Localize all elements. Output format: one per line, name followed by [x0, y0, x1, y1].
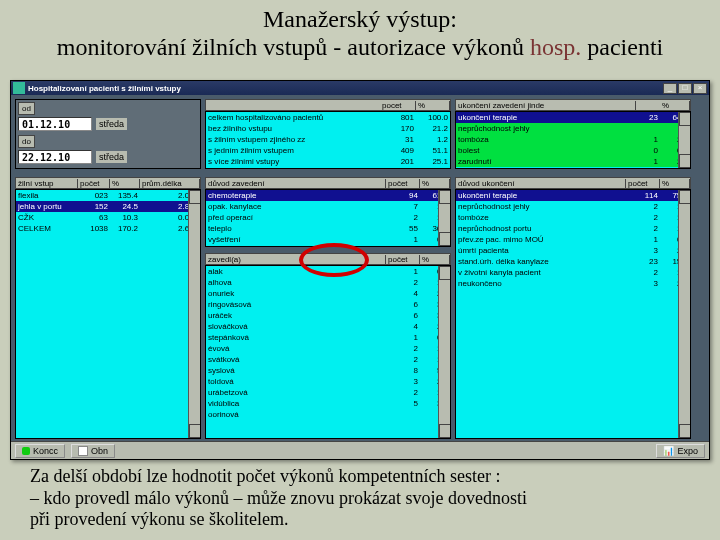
table-row[interactable]: ukončení terapie11475.0 — [456, 190, 690, 201]
led-icon — [78, 446, 88, 456]
scrollbar[interactable] — [438, 266, 450, 438]
reason-pane[interactable]: chemoterapie9461.0opak. kanylace71.6před… — [205, 189, 451, 247]
table-row[interactable]: tombóza12.9 — [456, 134, 690, 145]
scrollbar[interactable] — [188, 190, 200, 438]
table-row[interactable]: stand.úrh. délka kanylaze2315.1 — [456, 256, 690, 267]
table-row[interactable]: celkem hospitalizováno pacientů801100.0 — [206, 112, 450, 123]
konec-button[interactable]: Koncc — [15, 444, 65, 458]
scrollbar[interactable] — [438, 190, 450, 246]
table-row[interactable]: onuriek42.6 — [206, 288, 450, 299]
app-window: Hospitalizovaní pacienti s žilními vstup… — [10, 80, 710, 460]
minimize-button[interactable]: _ — [663, 83, 677, 94]
od-date-input[interactable] — [18, 117, 92, 131]
table-row[interactable]: zarudnutí12.9 — [456, 156, 690, 167]
table-row[interactable]: opak. kanylace71.6 — [206, 201, 450, 212]
table-row[interactable]: stepánková10.7 — [206, 332, 450, 343]
table-row[interactable]: teleplo5536.2 — [206, 223, 450, 234]
do-date-input[interactable] — [18, 150, 92, 164]
table-row[interactable]: tombóze21.3 — [456, 212, 690, 223]
maximize-button[interactable]: □ — [678, 83, 692, 94]
title-line1: Manažerský výstup: — [0, 6, 720, 34]
nurse-header: zavedl(a) počet % — [205, 253, 451, 265]
vein-header: žilní vstup počet % prům.délka — [15, 177, 201, 189]
end-pane[interactable]: ukončení terapie2364.4neprůchodnost jehl… — [455, 111, 691, 169]
app-icon — [13, 82, 25, 94]
do-label: do — [18, 135, 35, 148]
table-row[interactable]: jehla v portu15224.52.851 — [16, 201, 200, 212]
table-row[interactable]: přev.ze pac. mimo MOÚ10.7 — [456, 234, 690, 245]
table-row[interactable]: bolest00.0 — [456, 145, 690, 156]
table-row[interactable]: úmrtí pacienta32.0 — [456, 245, 690, 256]
table-row[interactable]: syslová85.0 — [206, 365, 450, 376]
table-row[interactable]: neukončeno32.0 — [456, 278, 690, 289]
close-button[interactable]: × — [693, 83, 707, 94]
table-row[interactable]: s žilním vstupem zjiného zz311.2 — [206, 134, 450, 145]
footer-text: Za delší období lze hodnotit počet výkon… — [30, 466, 700, 531]
table-row[interactable]: oorinová — [206, 409, 450, 420]
table-row[interactable]: neprůchodnost jehly — [456, 123, 690, 134]
endreason-pane[interactable]: ukončení terapie11475.0neprůchodnost jeh… — [455, 189, 691, 439]
table-row[interactable]: vidública53.3 — [206, 398, 450, 409]
table-row[interactable]: před operací21.3 — [206, 212, 450, 223]
table-row[interactable]: évová21.3 — [206, 343, 450, 354]
end-header: ukončení zavedení jinde % — [455, 99, 691, 111]
table-row[interactable]: alak10.7 — [206, 266, 450, 277]
export-button[interactable]: 📊Expo — [656, 444, 705, 458]
status-bar: Koncc Obn 📊Expo — [11, 441, 709, 459]
led-green-icon — [22, 447, 30, 455]
table-row[interactable]: toldová32.0 — [206, 376, 450, 387]
scrollbar[interactable] — [678, 190, 690, 438]
table-row[interactable]: svátková21.3 — [206, 354, 450, 365]
vein-pane[interactable]: flexila023135.42.075jehla v portu15224.5… — [15, 189, 201, 439]
table-row[interactable]: s více žilními vstupy20125.1 — [206, 156, 450, 167]
table-row[interactable]: bez žilního vstupu17021.2 — [206, 123, 450, 134]
table-row[interactable]: neprůchodnost portu21.3 — [456, 223, 690, 234]
table-row[interactable]: alhova21.3 — [206, 277, 450, 288]
table-row[interactable]: neprůchodnost jehly21.3 — [456, 201, 690, 212]
do-day: středa — [96, 151, 127, 163]
endreason-header: důvod ukončení počet % — [455, 177, 691, 189]
table-row[interactable]: ringovásová63.9 — [206, 299, 450, 310]
summary-header: pocet % — [205, 99, 451, 111]
summary-pane[interactable]: celkem hospitalizováno pacientů801100.0b… — [205, 111, 451, 169]
table-row[interactable]: s jedním žilním vstupem40951.1 — [206, 145, 450, 156]
title-line2: monitorování žilních vstupů - autorizace… — [0, 34, 720, 62]
date-panel: od středa do středa — [15, 99, 201, 169]
window-titlebar[interactable]: Hospitalizovaní pacienti s žilními vstup… — [11, 81, 709, 95]
table-row[interactable]: ukončení terapie2364.4 — [456, 112, 690, 123]
od-label: od — [18, 102, 35, 115]
page-title: Manažerský výstup: monitorování žilních … — [0, 0, 720, 61]
obn-button[interactable]: Obn — [71, 444, 115, 458]
window-title: Hospitalizovaní pacienti s žilními vstup… — [28, 84, 663, 93]
table-row[interactable]: slováčková42.6 — [206, 321, 450, 332]
od-day: středa — [96, 118, 127, 130]
table-row[interactable]: flexila023135.42.075 — [16, 190, 200, 201]
nurse-pane[interactable]: alak10.7alhova21.3onuriek42.6ringovásová… — [205, 265, 451, 439]
table-row[interactable]: vyšetření10.7 — [206, 234, 450, 245]
table-row[interactable]: urábetzová21.3 — [206, 387, 450, 398]
scrollbar[interactable] — [678, 112, 690, 168]
table-row[interactable]: uráček63.9 — [206, 310, 450, 321]
title-hosp: hosp. — [530, 34, 581, 60]
table-row[interactable]: chemoterapie9461.0 — [206, 190, 450, 201]
table-row[interactable]: v životní kanyla pacient21.3 — [456, 267, 690, 278]
reason-header: důvod zavedení počet % — [205, 177, 451, 189]
table-row[interactable]: CŽK6310.30.072 — [16, 212, 200, 223]
table-row[interactable]: CELKEM1038170.22.601 — [16, 223, 200, 234]
